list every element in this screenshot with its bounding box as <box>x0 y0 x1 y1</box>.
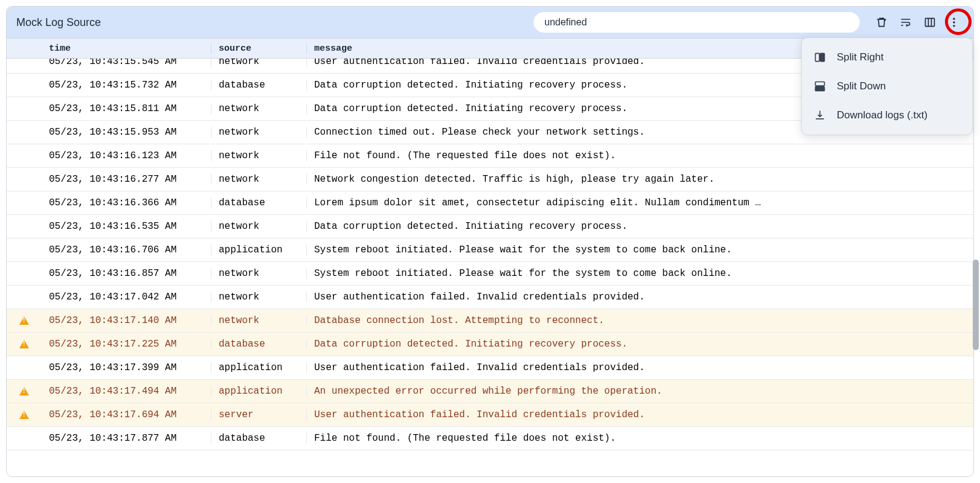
warning-icon <box>19 340 29 348</box>
menu-download-label: Download logs (.txt) <box>837 109 927 121</box>
more-icon[interactable] <box>944 13 964 32</box>
row-level-icon <box>7 340 42 348</box>
row-time: 05/23, 10:43:17.140 AM <box>42 315 211 326</box>
menu-split-down-label: Split Down <box>837 80 886 92</box>
log-row[interactable]: 05/23, 10:43:17.042 AMnetworkUser authen… <box>7 286 973 309</box>
log-row[interactable]: 05/23, 10:43:17.494 AMapplicationAn unex… <box>7 380 973 403</box>
row-source: database <box>211 197 306 208</box>
row-time: 05/23, 10:43:16.706 AM <box>42 245 211 255</box>
row-time: 05/23, 10:43:16.857 AM <box>42 268 211 279</box>
svg-rect-5 <box>820 53 825 61</box>
svg-rect-6 <box>816 82 825 86</box>
row-time: 05/23, 10:43:16.123 AM <box>42 150 211 161</box>
row-source: server <box>211 409 306 420</box>
log-row[interactable]: 05/23, 10:43:16.857 AMnetworkSystem rebo… <box>7 262 973 286</box>
svg-point-2 <box>953 21 955 23</box>
row-source: network <box>211 268 306 279</box>
row-message: Data corruption detected. Initiating rec… <box>306 221 973 232</box>
row-message: An unexpected error occurred while perfo… <box>306 386 973 397</box>
row-message: File not found. (The requested file does… <box>306 150 973 161</box>
row-source: network <box>211 127 306 138</box>
columns-icon[interactable] <box>920 13 940 32</box>
menu-download[interactable]: Download logs (.txt) <box>802 101 972 130</box>
row-source: network <box>211 103 306 114</box>
row-message: User authentication failed. Invalid cred… <box>306 292 973 302</box>
row-source: database <box>211 80 306 91</box>
row-source: network <box>211 150 306 161</box>
row-source: database <box>211 339 306 350</box>
menu-split-right-label: Split Right <box>837 51 883 63</box>
row-time: 05/23, 10:43:17.225 AM <box>42 339 211 350</box>
svg-rect-7 <box>816 87 825 91</box>
row-level-icon <box>7 316 42 325</box>
log-row[interactable]: 05/23, 10:43:17.399 AMapplicationUser au… <box>7 356 973 380</box>
row-time: 05/23, 10:43:15.953 AM <box>42 127 211 138</box>
row-time: 05/23, 10:43:17.494 AM <box>42 386 211 397</box>
log-row[interactable]: 05/23, 10:43:17.140 AMnetworkDatabase co… <box>7 309 973 333</box>
search-input[interactable] <box>534 12 860 33</box>
row-message: System reboot initiated. Please wait for… <box>306 268 973 279</box>
row-level-icon <box>7 411 42 419</box>
menu-split-down[interactable]: Split Down <box>802 72 972 101</box>
row-time: 05/23, 10:43:16.535 AM <box>42 221 211 232</box>
row-source: network <box>211 292 306 302</box>
scrollbar[interactable] <box>973 60 979 453</box>
row-time: 05/23, 10:43:15.811 AM <box>42 103 211 114</box>
log-row[interactable]: 05/23, 10:43:17.694 AMserverUser authent… <box>7 403 973 427</box>
row-level-icon <box>7 387 42 395</box>
row-message: Lorem ipsum dolor sit amet, consectetur … <box>306 197 973 208</box>
row-time: 05/23, 10:43:15.732 AM <box>42 80 211 91</box>
row-time: 05/23, 10:43:15.545 AM <box>42 59 211 67</box>
row-time: 05/23, 10:43:17.399 AM <box>42 362 211 373</box>
panel-title: Mock Log Source <box>16 16 101 29</box>
log-row[interactable]: 05/23, 10:43:16.123 AMnetworkFile not fo… <box>7 144 973 168</box>
log-row[interactable]: 05/23, 10:43:16.277 AMnetworkNetwork con… <box>7 168 973 191</box>
clear-icon[interactable] <box>872 13 891 32</box>
row-source: application <box>211 362 306 373</box>
column-source[interactable]: source <box>211 43 306 54</box>
row-time: 05/23, 10:43:17.694 AM <box>42 409 211 420</box>
warning-icon <box>19 411 29 419</box>
menu-split-right[interactable]: Split Right <box>802 43 972 72</box>
scrollbar-thumb[interactable] <box>973 260 979 350</box>
toolbar <box>872 13 964 32</box>
log-row[interactable]: 05/23, 10:43:17.877 AMdatabaseFile not f… <box>7 427 973 450</box>
log-row[interactable]: 05/23, 10:43:16.535 AMnetworkData corrup… <box>7 215 973 238</box>
svg-point-3 <box>953 25 955 27</box>
row-source: network <box>211 59 306 67</box>
row-source: application <box>211 245 306 255</box>
log-row[interactable]: 05/23, 10:43:17.225 AMdatabaseData corru… <box>7 333 973 356</box>
row-source: network <box>211 174 306 185</box>
column-time[interactable]: time <box>42 43 211 54</box>
row-time: 05/23, 10:43:16.366 AM <box>42 197 211 208</box>
row-message: User authentication failed. Invalid cred… <box>306 362 973 373</box>
log-row[interactable]: 05/23, 10:43:16.706 AMapplicationSystem … <box>7 238 973 262</box>
row-source: network <box>211 315 306 326</box>
row-source: database <box>211 433 306 444</box>
row-time: 05/23, 10:43:16.277 AM <box>42 174 211 185</box>
row-time: 05/23, 10:43:17.042 AM <box>42 292 211 302</box>
wrap-icon[interactable] <box>896 13 915 32</box>
svg-rect-4 <box>816 53 820 61</box>
row-source: network <box>211 221 306 232</box>
row-time: 05/23, 10:43:17.877 AM <box>42 433 211 444</box>
log-row[interactable]: 05/23, 10:43:16.366 AMdatabaseLorem ipsu… <box>7 191 973 215</box>
svg-point-1 <box>953 18 955 20</box>
row-message: System reboot initiated. Please wait for… <box>306 245 973 255</box>
warning-icon <box>19 387 29 395</box>
svg-rect-0 <box>926 18 935 26</box>
warning-icon <box>19 316 29 325</box>
row-message: User authentication failed. Invalid cred… <box>306 409 973 420</box>
row-message: File not found. (The requested file does… <box>306 433 973 444</box>
more-dropdown: Split Right Split Down Download logs (.t… <box>801 37 973 135</box>
row-message: Database connection lost. Attempting to … <box>306 315 973 326</box>
row-message: Network congestion detected. Traffic is … <box>306 174 973 185</box>
row-message: Data corruption detected. Initiating rec… <box>306 339 973 350</box>
row-source: application <box>211 386 306 397</box>
panel-header: Mock Log Source <box>7 7 973 38</box>
